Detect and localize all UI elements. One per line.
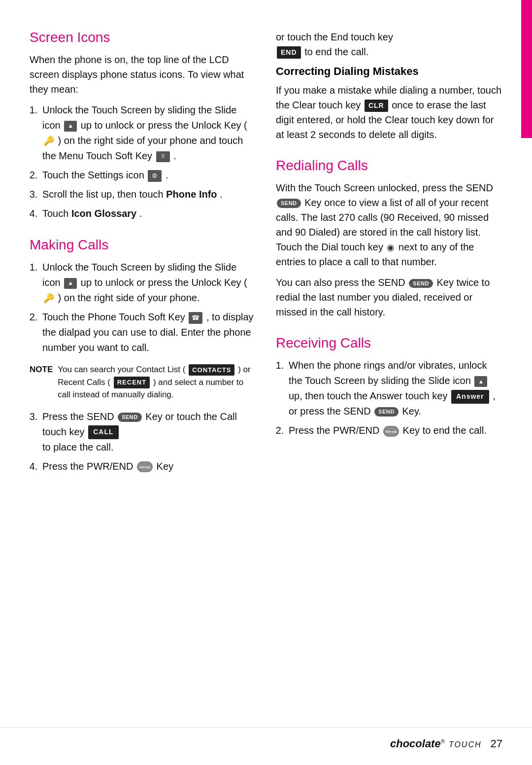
recent-key-icon: RECENT: [114, 377, 150, 388]
redialing-text-1: With the Touch Screen unlocked, press th…: [276, 180, 502, 269]
send-btn-2: SEND: [277, 199, 301, 208]
svg-text:PWR END: PWR END: [386, 431, 397, 433]
step3-text: Scroll the list up, then touch: [42, 189, 164, 200]
answer-key-icon: Answer: [451, 390, 489, 404]
redialing-before2: You can also press the SEND: [276, 277, 405, 288]
redialing-before: With the Touch Screen unlocked, press th…: [276, 182, 493, 193]
pwr-end-svg-2: PWR END: [386, 427, 397, 436]
making-step3-end: to place the call.: [42, 442, 114, 452]
making-step4-end: Key: [157, 461, 173, 472]
send-btn-1: SEND: [118, 413, 142, 422]
screen-icons-title: Screen Icons: [30, 30, 256, 45]
screen-icons-step-1: Unlock the Touch Screen by sliding the S…: [40, 103, 256, 164]
making-calls-list: Unlock the Touch Screen by sliding the S…: [40, 260, 256, 355]
slide-icon-1: ▲: [64, 121, 77, 132]
left-column: Screen Icons When the phone is on, the t…: [30, 30, 256, 697]
step3-text-end: .: [220, 189, 223, 200]
screen-icons-list: Unlock the Touch Screen by sliding the S…: [40, 103, 256, 221]
making-step-3: Press the SEND SEND Key or touch the Cal…: [40, 409, 256, 455]
receiving-step1-end: Key.: [402, 406, 421, 417]
making-step-4: Press the PWR/END PWR END Key: [40, 459, 256, 474]
phone-soft-key-icon: ☎: [189, 312, 202, 324]
making-calls-list-2: Press the SEND SEND Key or touch the Cal…: [40, 409, 256, 474]
step4-text: Touch: [42, 208, 68, 219]
pwr-end-icon-2: PWR END: [383, 426, 399, 437]
screen-icons-step-3: Scroll the list up, then touch Phone Inf…: [40, 187, 256, 202]
making-step1-mid: up to unlock or press the Unlock Key (: [81, 277, 247, 288]
brand-registered: ®: [441, 738, 445, 744]
step4-text-end: .: [139, 208, 142, 219]
making-step-1: Unlock the Touch Screen by sliding the S…: [40, 260, 256, 306]
footer-brand: chocolate® TOUCH: [390, 737, 482, 750]
brand-touch: TOUCH: [449, 740, 482, 749]
pwr-end-icon-1: PWR END: [137, 461, 153, 472]
note-box: NOTE You can search your Contact List ( …: [30, 363, 256, 401]
page: Screen Icons When the phone is on, the t…: [0, 0, 532, 765]
making-step2-before: Touch the Phone Touch Soft Key: [42, 312, 185, 322]
step1-text-end: .: [173, 150, 176, 161]
end-touch-text: or touch the End touch key END to end th…: [276, 30, 502, 59]
receiving-step-1: When the phone rings and/or vibrates, un…: [287, 358, 502, 419]
slide-icon-2: ▲: [64, 278, 77, 289]
note-label: NOTE: [30, 363, 53, 401]
screen-icons-step-2: Touch the Settings icon ⚙ .: [40, 168, 256, 183]
redialing-text-2: You can also press the SEND SEND Key twi…: [276, 275, 502, 319]
making-step4-before: Press the PWR/END: [42, 461, 133, 472]
note-text: You can search your Contact List ( CONTA…: [58, 363, 256, 401]
send-btn-3: SEND: [409, 279, 433, 288]
call-key-icon: CALL: [88, 425, 118, 439]
receiving-step1-before: When the phone rings and/or vibrates, un…: [289, 360, 487, 386]
step2-text: Touch the Settings icon: [42, 170, 144, 180]
correcting-title: Correcting Dialing Mistakes: [276, 65, 502, 78]
brand-name: chocolate: [390, 737, 441, 750]
end-touch-before: or touch the End touch key: [276, 32, 393, 42]
step4-bold: Icon Glossary: [71, 208, 136, 219]
contacts-key-icon: CONTACTS: [189, 364, 234, 376]
settings-icon: ⚙: [148, 170, 162, 182]
dial-key-icon: ◉: [387, 241, 395, 254]
pwr-end-svg-1: PWR END: [139, 462, 150, 471]
receiving-step1-mid: up, then touch the Answer touch key: [289, 390, 447, 401]
footer: chocolate® TOUCH 27: [0, 727, 532, 765]
menu-soft-key-icon: ⠿: [156, 151, 170, 162]
step3-bold: Phone Info: [166, 189, 217, 200]
receiving-step2-end: Key to end the call.: [403, 425, 487, 436]
unlock-key-icon-1: 🔑: [43, 135, 54, 148]
note-text-before: You can search your Contact List (: [58, 365, 185, 374]
correcting-text: If you make a mistake while dialing a nu…: [276, 83, 502, 142]
step1-text-mid2: ) on the right side of your phone and to…: [42, 135, 243, 161]
content-area: Screen Icons When the phone is on, the t…: [0, 0, 532, 727]
step2-text-end: .: [166, 170, 168, 180]
making-step-2: Touch the Phone Touch Soft Key ☎ , to di…: [40, 310, 256, 355]
svg-text:PWR END: PWR END: [139, 466, 150, 469]
redialing-title: Redialing Calls: [276, 158, 502, 174]
footer-page-number: 27: [491, 737, 502, 750]
making-step1-mid2: ) on the right side of your phone.: [58, 292, 200, 303]
slide-icon-3: ▲: [474, 376, 487, 387]
screen-icons-intro: When the phone is on, the top line of th…: [30, 52, 256, 97]
receiving-title: Receiving Calls: [276, 335, 502, 351]
receiving-step2-before: Press the PWR/END: [289, 425, 379, 436]
clr-key-icon: CLR: [365, 100, 388, 112]
send-btn-4: SEND: [374, 407, 399, 417]
unlock-key-icon-2: 🔑: [43, 292, 54, 306]
right-column: or touch the End touch key END to end th…: [276, 30, 502, 697]
step1-text-mid: up to unlock or press the Unlock Key (: [81, 120, 247, 131]
sidebar-bar: [521, 0, 532, 138]
making-step3-before: Press the SEND: [42, 411, 114, 422]
receiving-step-2: Press the PWR/END PWR END Key to end the…: [287, 423, 502, 438]
end-touch-after: to end the call.: [304, 46, 368, 57]
receiving-calls-list: When the phone rings and/or vibrates, un…: [287, 358, 502, 438]
end-key-icon: END: [277, 46, 301, 59]
making-calls-title: Making Calls: [30, 237, 256, 253]
screen-icons-step-4: Touch Icon Glossary .: [40, 206, 256, 221]
